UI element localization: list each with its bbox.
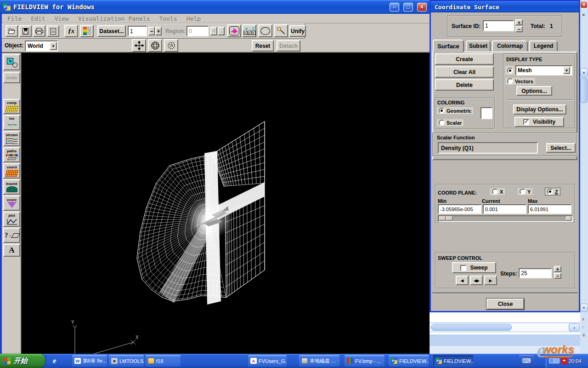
widget-glyph[interactable]: ○ xyxy=(582,325,584,329)
sweep-checkbox-button[interactable]: Sweep xyxy=(452,262,496,273)
surface-id-increment-button[interactable]: + xyxy=(515,19,523,25)
menu-item-file[interactable]: File xyxy=(7,15,22,22)
ie-quicklaunch-icon[interactable]: e xyxy=(50,356,59,366)
task-button-fieldview-2[interactable]: FV FIELDVIEW... xyxy=(433,355,473,367)
geometric-radio[interactable]: Geometric xyxy=(437,107,473,114)
y-plane-radio[interactable]: Y xyxy=(518,188,532,195)
steps-increment-button[interactable]: + xyxy=(554,266,561,272)
region-prev-button[interactable]: ~ xyxy=(210,27,217,35)
region-next-button[interactable]: → xyxy=(218,27,225,35)
unify-button[interactable]: Unify xyxy=(289,25,306,37)
display-type-select[interactable]: Mesh ▼ xyxy=(515,65,572,75)
task-button-fieldview-1[interactable]: FV FIELDVIEW... xyxy=(389,355,429,367)
antivirus-icon[interactable]: ☂ xyxy=(561,358,567,364)
save-button[interactable] xyxy=(19,25,32,37)
clear-all-button[interactable]: Clear All xyxy=(435,66,494,78)
scroll-up-button[interactable]: ▲ xyxy=(580,68,588,76)
task-button-lmtools[interactable]: ■ LMTOOLS b... xyxy=(109,355,144,367)
print-button[interactable] xyxy=(33,25,45,37)
create-button[interactable]: Create xyxy=(435,53,494,65)
scalar-radio[interactable]: Scalar xyxy=(437,119,464,126)
scalar-function-field[interactable]: Density (Q1) xyxy=(438,142,538,154)
vortex-core-button[interactable]: vcore xyxy=(3,196,20,211)
task-button-pdf[interactable]: A FVUsers_G... xyxy=(248,355,287,367)
translate-button[interactable] xyxy=(132,39,146,52)
scroll-down-button[interactable]: ▼ xyxy=(580,304,588,312)
surface-id-decrement-button[interactable]: − xyxy=(515,26,523,32)
palette-button[interactable] xyxy=(258,24,272,37)
menu-item-tools[interactable]: Tools xyxy=(159,15,177,22)
panel-close-button[interactable]: Close xyxy=(486,299,524,310)
report-button[interactable] xyxy=(47,25,59,37)
tab-subset[interactable]: Subset xyxy=(466,40,491,52)
undo-button[interactable]: Undo xyxy=(3,72,20,83)
axis-labels-button[interactable]: ◄→▯ x y z xyxy=(242,24,256,37)
menu-item-edit[interactable]: Edit xyxy=(31,15,45,22)
xy-plot-button[interactable]: plot xyxy=(3,212,20,227)
vertical-scrollbar-thumb[interactable] xyxy=(580,77,588,103)
probe-button[interactable]: ? ↓ xyxy=(3,228,20,243)
widget-glyph[interactable]: ± xyxy=(582,316,584,321)
light-wand-button[interactable] xyxy=(274,24,288,37)
colormap-button[interactable] xyxy=(80,25,94,37)
slider-thumb[interactable] xyxy=(439,216,446,220)
task-button-disk[interactable]: 本地磁盘 ... xyxy=(299,355,339,367)
steps-decrement-button[interactable]: − xyxy=(554,273,561,279)
steps-input[interactable] xyxy=(519,268,552,278)
options-button[interactable]: Options... xyxy=(516,86,552,96)
pick-tool-button[interactable]: ↘ xyxy=(3,54,20,70)
widget-glyph[interactable]: ∓ xyxy=(582,333,586,338)
task-button-paint[interactable]: FV.bmp - ... xyxy=(345,355,384,367)
color-swatch[interactable] xyxy=(481,107,492,119)
dataset-count-input[interactable] xyxy=(128,26,147,36)
sweep-bounce-button[interactable]: ◀▶ xyxy=(470,276,483,285)
boundary-surface-button[interactable]: bound xyxy=(3,179,20,195)
sweep-back-button[interactable]: ◀ xyxy=(456,276,469,285)
current-input[interactable] xyxy=(483,204,526,214)
tab-colormap[interactable]: Colormap xyxy=(492,40,528,52)
reset-button[interactable]: Reset xyxy=(252,40,274,52)
dataset-minus-button[interactable]: − xyxy=(148,27,155,35)
dataset-plus-button[interactable]: + xyxy=(155,27,162,35)
menu-item-help[interactable]: Help xyxy=(187,15,201,22)
annotation-button[interactable]: A xyxy=(3,244,20,257)
display-options-button[interactable]: Display Options... xyxy=(513,104,566,115)
menu-item-visualization-panels[interactable]: Visualization Panels xyxy=(78,15,150,22)
x-plane-radio[interactable]: X xyxy=(490,188,505,195)
function-button[interactable]: ƒx xyxy=(64,25,78,37)
tab-legend[interactable]: Legend xyxy=(529,40,558,52)
rotate-button[interactable] xyxy=(148,39,162,52)
tab-surface[interactable]: Surface xyxy=(433,40,464,52)
iso-surface-button[interactable]: iso ∼∼ xyxy=(3,115,20,130)
small-close-icon[interactable]: × xyxy=(582,12,585,17)
horizontal-scrollbar[interactable]: › xyxy=(430,322,588,332)
close-button[interactable]: × xyxy=(417,3,427,12)
select-button[interactable]: Select... xyxy=(546,143,576,153)
object-select[interactable]: World ▼ xyxy=(25,40,58,52)
particle-paths-button[interactable]: paths xyxy=(3,147,20,162)
coord-slider[interactable] xyxy=(438,215,573,222)
coord-surface-button[interactable]: coord xyxy=(3,163,20,178)
detach-button[interactable]: Detach xyxy=(277,40,300,52)
delete-button[interactable]: Delete xyxy=(435,79,494,91)
fit-view-button[interactable]: ↔ ↕ xyxy=(227,24,241,37)
slider-end-cap[interactable] xyxy=(566,216,571,220)
background-close-button[interactable]: × xyxy=(580,1,588,8)
sweep-forward-button[interactable]: ▶ xyxy=(484,276,497,285)
horizontal-scrollbar-thumb[interactable] xyxy=(431,324,512,331)
maximize-button[interactable]: □ xyxy=(403,3,413,12)
start-button[interactable]: 开始 xyxy=(0,354,45,368)
visibility-checkbox-button[interactable]: Visibility xyxy=(514,117,564,127)
vectors-radio[interactable]: Vectors xyxy=(505,78,535,85)
comp-surface-button[interactable]: comp xyxy=(3,99,20,114)
task-button-word[interactable]: W 第6章 fie... xyxy=(72,355,107,367)
zoom-mode-button[interactable] xyxy=(164,39,178,52)
menu-item-view[interactable]: View xyxy=(55,15,69,22)
network-icon-2[interactable] xyxy=(554,358,560,363)
viewport[interactable]: Y X xyxy=(22,53,428,354)
slider-cell[interactable] xyxy=(446,216,452,220)
dataset-button[interactable]: Dataset... xyxy=(97,25,126,37)
minimize-button[interactable]: – xyxy=(390,3,399,12)
open-file-button[interactable] xyxy=(6,25,18,37)
min-input[interactable] xyxy=(438,204,481,214)
